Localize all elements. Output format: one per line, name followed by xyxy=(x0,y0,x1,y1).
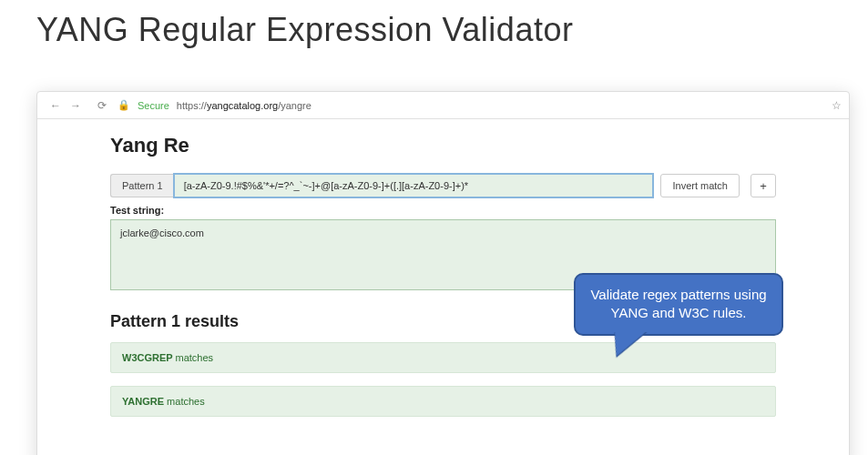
result-status: matches xyxy=(175,352,213,363)
result-status: matches xyxy=(167,396,205,407)
url-domain: yangcatalog.org xyxy=(207,100,278,111)
result-row: W3CGREP matches xyxy=(110,342,776,373)
add-pattern-button[interactable]: + xyxy=(751,174,776,197)
forward-icon[interactable]: → xyxy=(70,99,81,112)
back-icon[interactable]: ← xyxy=(50,99,61,112)
address-bar[interactable]: https://yangcatalog.org/yangre xyxy=(177,100,311,111)
callout-text: Validate regex patterns using YANG and W… xyxy=(590,287,766,320)
pattern-row: Pattern 1 Invert match + xyxy=(110,174,776,197)
slide-title: YANG Regular Expression Validator xyxy=(0,0,868,49)
nav-arrows: ← → xyxy=(45,99,87,112)
reload-icon[interactable]: ⟳ xyxy=(94,99,110,112)
callout-bubble: Validate regex patterns using YANG and W… xyxy=(574,273,783,336)
url-path: /yangre xyxy=(278,100,311,111)
callout-tail-icon xyxy=(609,330,648,356)
test-string-label: Test string: xyxy=(110,205,776,216)
pattern-input[interactable] xyxy=(174,174,654,197)
secure-label: Secure xyxy=(138,100,169,111)
pattern-label-button[interactable]: Pattern 1 xyxy=(110,174,174,197)
result-row: YANGRE matches xyxy=(110,386,776,417)
annotation-callout: Validate regex patterns using YANG and W… xyxy=(574,273,783,336)
bookmark-star-icon[interactable]: ☆ xyxy=(832,99,842,112)
page-title: Yang Re xyxy=(110,134,776,157)
url-prefix: https:// xyxy=(177,100,207,111)
browser-toolbar: ← → ⟳ 🔒 Secure https://yangcatalog.org/y… xyxy=(37,92,849,119)
lock-icon: 🔒 xyxy=(117,99,130,111)
result-engine: W3CGREP xyxy=(122,352,175,363)
page-body: Yang Re Pattern 1 Invert match + Test st… xyxy=(37,119,849,417)
result-engine: YANGRE xyxy=(122,396,167,407)
invert-match-button[interactable]: Invert match xyxy=(660,174,740,197)
